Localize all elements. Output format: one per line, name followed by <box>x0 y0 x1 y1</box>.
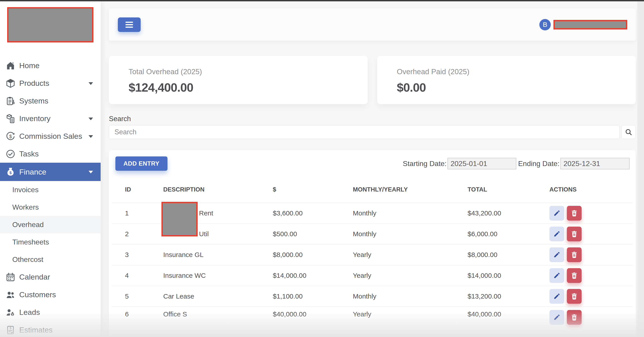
main-content: B Total Overhead (2025) $124,400.00 Over… <box>100 1 644 337</box>
card-value: $124,400.00 <box>128 80 368 94</box>
hamburger-icon <box>126 22 133 28</box>
sidebar-subitem-othercost[interactable]: Othercost <box>0 251 100 268</box>
cell-period: Yearly <box>353 272 468 279</box>
window-top-strip <box>0 0 644 1</box>
overhead-table: ID DESCRIPTION $ MONTHLY/YEARLY TOTAL AC… <box>112 177 633 335</box>
sidebar-subitem-overhead[interactable]: Overhead <box>0 216 100 233</box>
sidebar-toggle-button[interactable] <box>118 17 141 32</box>
starting-date-input[interactable] <box>448 158 516 169</box>
home-icon <box>6 61 16 71</box>
estimate-document-icon: $ <box>6 325 16 335</box>
sidebar-item-customers[interactable]: Customers <box>0 286 100 304</box>
delete-button[interactable] <box>567 268 582 283</box>
cell-amount: $14,000.00 <box>273 272 353 279</box>
sidebar-subitem-label: Timesheets <box>12 238 49 246</box>
edit-button[interactable] <box>550 310 564 325</box>
edit-button[interactable] <box>550 227 564 241</box>
dollar-cycle-icon: $ <box>6 131 16 141</box>
cell-description: Office S <box>163 310 273 319</box>
pencil-icon <box>553 209 560 217</box>
search-label: Search <box>109 114 636 123</box>
card-title: Total Overhead (2025) <box>128 67 368 76</box>
sidebar-item-label: Systems <box>19 96 48 105</box>
cell-id: 6 <box>112 310 163 319</box>
pencil-icon <box>553 293 560 300</box>
starting-date-label: Starting Date: <box>403 160 446 168</box>
sidebar-subitem-timesheets[interactable]: Timesheets <box>0 233 100 251</box>
trash-icon <box>570 209 578 217</box>
cell-id: 1 <box>112 209 163 217</box>
edit-button[interactable] <box>550 289 564 304</box>
sidebar-item-home[interactable]: Home <box>0 57 100 74</box>
table-row: 5 Car Lease $1,100.00 Monthly $13,200.00 <box>112 286 633 307</box>
overhead-table-card: ADD ENTRY Starting Date: Ending Date: ID… <box>109 150 636 337</box>
cell-period: Monthly <box>353 209 468 217</box>
trash-icon <box>570 272 578 279</box>
total-overhead-card: Total Overhead (2025) $124,400.00 <box>109 56 368 104</box>
delete-button[interactable] <box>567 206 582 221</box>
cell-amount: $500.00 <box>273 230 353 238</box>
sidebar-subitem-label: Workers <box>12 203 39 211</box>
pencil-icon <box>553 314 560 321</box>
edit-button[interactable] <box>550 247 564 262</box>
cell-total: $8,000.00 <box>468 251 550 259</box>
sidebar-item-calendar[interactable]: Calendar <box>0 268 100 286</box>
inventory-boxes-icon <box>6 114 16 124</box>
pencil-icon <box>553 251 560 259</box>
topbar: B <box>109 8 636 41</box>
svg-text:$: $ <box>9 133 12 139</box>
delete-button[interactable] <box>567 227 582 241</box>
search-button[interactable] <box>622 125 636 139</box>
add-entry-button[interactable]: ADD ENTRY <box>116 156 168 171</box>
table-toolbar: ADD ENTRY Starting Date: Ending Date: <box>109 156 636 171</box>
sidebar-item-commission-sales[interactable]: $ Commission Sales <box>0 127 100 145</box>
svg-text:$: $ <box>10 326 12 330</box>
column-header-actions: ACTIONS <box>550 186 633 193</box>
delete-button[interactable] <box>567 310 582 325</box>
sidebar-item-label: Commission Sales <box>19 132 82 141</box>
sidebar-item-label: Estimates <box>19 326 52 334</box>
table-row: 3 Insurance GL $8,000.00 Yearly $8,000.0… <box>112 244 633 265</box>
edit-button[interactable] <box>550 206 564 221</box>
sidebar-item-label: Customers <box>19 290 56 299</box>
logo-redaction-box <box>7 7 94 42</box>
pencil-icon <box>553 272 560 279</box>
sidebar-item-systems[interactable]: Systems <box>0 92 100 110</box>
username-redaction-box <box>554 20 627 29</box>
sidebar-item-tasks[interactable]: Tasks <box>0 145 100 163</box>
sidebar-item-products[interactable]: Products <box>0 74 100 92</box>
cell-period: Yearly <box>353 310 468 319</box>
cell-actions <box>550 206 633 221</box>
sidebar-item-inventory[interactable]: Inventory <box>0 110 100 127</box>
box-icon <box>6 78 16 88</box>
scrollbar-gutter[interactable] <box>637 1 644 337</box>
cell-actions <box>550 310 633 325</box>
delete-button[interactable] <box>567 289 582 304</box>
sidebar-item-label: Home <box>19 61 40 70</box>
summary-cards: Total Overhead (2025) $124,400.00 Overhe… <box>109 56 636 104</box>
sidebar: Home Products Systems Inventory <box>0 1 100 337</box>
clipboard-icon <box>6 96 16 106</box>
ending-date-input[interactable] <box>560 158 630 169</box>
edit-button[interactable] <box>550 268 564 283</box>
chevron-down-icon <box>88 171 93 173</box>
table-row: 6 Office S $40,000.00 Yearly $40,000.00 <box>112 307 633 335</box>
sidebar-subitem-label: Othercost <box>12 255 44 264</box>
cell-id: 3 <box>112 251 163 259</box>
column-header-amount: $ <box>273 186 353 193</box>
delete-button[interactable] <box>567 247 582 262</box>
sidebar-subitem-invoices[interactable]: Invoices <box>0 181 100 198</box>
sidebar-subitem-workers[interactable]: Workers <box>0 198 100 216</box>
search-icon <box>625 128 632 136</box>
avatar[interactable]: B <box>539 19 551 30</box>
search-input[interactable] <box>109 125 620 139</box>
table-cell-redaction-box <box>162 202 198 236</box>
sidebar-item-leads[interactable]: $ Leads <box>0 304 100 321</box>
cell-id: 5 <box>112 293 163 300</box>
ending-date-label: Ending Date: <box>518 160 560 168</box>
sidebar-item-finance[interactable]: $ Finance <box>0 163 100 181</box>
chevron-down-icon <box>88 82 93 85</box>
sidebar-item-label: Tasks <box>19 149 39 158</box>
sidebar-item-estimates[interactable]: $ Estimates <box>0 321 100 337</box>
cell-id: 2 <box>112 230 163 238</box>
